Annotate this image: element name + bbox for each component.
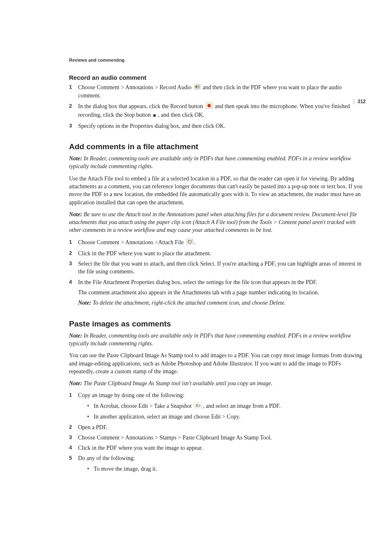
note-text: To delete the attachment, right-click th…	[92, 300, 286, 306]
svg-point-2	[207, 104, 210, 107]
record-button-icon	[205, 102, 213, 111]
steps-paste-images: Copy an image by doing one of the follow…	[69, 391, 364, 473]
running-head: Reviews and commenting	[69, 58, 364, 62]
bullet-text: In Acrobat, choose Edit > Take a Snapsho…	[94, 403, 193, 409]
step: Copy an image by doing one of the follow…	[69, 391, 364, 421]
step: Open a PDF.	[69, 423, 364, 431]
step-text: Choose Comment > Annotations >Attach Fil…	[78, 239, 185, 245]
step-text: In the dialog box that appears, click th…	[78, 103, 205, 109]
note-label: Note:	[69, 380, 83, 386]
step: In the File Attachment Properties dialog…	[69, 278, 364, 307]
note-text: In Reader, commenting tools are availabl…	[69, 155, 351, 169]
step: Choose Comment > Annotations > Stamps > …	[69, 434, 364, 442]
note-text: The Paste Clipboard Image As Stamp tool …	[83, 380, 272, 386]
snapshot-icon	[194, 402, 202, 410]
note-label: Note:	[69, 211, 83, 217]
heading-add-file-attachment: Add comments in a file attachment	[69, 142, 364, 151]
step: In the dialog box that appears, click th…	[69, 102, 364, 120]
heading-record-audio: Record an audio comment	[69, 74, 364, 81]
bullet-list: In Acrobat, choose Edit > Take a Snapsho…	[87, 402, 364, 421]
paragraph: You can use the Paste Clipboard Image As…	[69, 352, 364, 375]
step-subtext: The comment attachment also appears in t…	[78, 289, 364, 296]
note: Note: To delete the attachment, right-cl…	[78, 299, 364, 307]
note-label: Note:	[69, 333, 83, 339]
step-text: Copy an image by doing one of the follow…	[78, 392, 184, 398]
svg-rect-3	[153, 114, 156, 117]
step: Click in the PDF where you want to place…	[69, 250, 364, 257]
svg-point-8	[198, 405, 199, 407]
steps-file-attachment: Choose Comment > Annotations >Attach Fil…	[69, 238, 364, 307]
heading-paste-images: Paste images as comments	[69, 319, 364, 328]
step-text: Do any of the following:	[78, 455, 135, 461]
svg-rect-7	[196, 404, 198, 405]
step-text: Choose Comment > Annotations > Record Au…	[78, 84, 193, 90]
list-item: In another application, select an image …	[87, 413, 364, 421]
step: Choose Comment > Annotations > Record Au…	[69, 83, 364, 100]
step: Specify options in the Properties dialog…	[69, 122, 364, 130]
step-text: , and then click OK.	[158, 112, 204, 118]
step: Do any of the following: To move the ima…	[69, 454, 364, 473]
step-text: In the File Attachment Properties dialog…	[78, 279, 317, 285]
page: 312 Reviews and commenting Record an aud…	[0, 58, 392, 555]
speaker-icon	[194, 84, 201, 92]
attach-file-icon	[186, 238, 194, 247]
step: Select the file that you want to attach,…	[69, 260, 364, 276]
note: Note: Be sure to use the Attach tool in …	[69, 210, 364, 234]
note-label: Note:	[78, 300, 92, 306]
list-item: In Acrobat, choose Edit > Take a Snapsho…	[87, 402, 364, 410]
stop-button-icon	[153, 111, 157, 119]
note-label: Note:	[69, 155, 83, 162]
note-text: Be sure to use the Attach tool in the An…	[69, 211, 357, 234]
bullet-text: , and select an image from a PDF.	[203, 403, 281, 409]
note: Note: In Reader, commenting tools are av…	[69, 332, 364, 348]
paragraph: Use the Attach File tool to embed a file…	[69, 175, 364, 206]
step: Choose Comment > Annotations >Attach Fil…	[69, 238, 364, 247]
step-text: .	[194, 239, 196, 245]
list-item: To move the image, drag it.	[87, 465, 364, 473]
note: Note: The Paste Clipboard Image As Stamp…	[69, 379, 364, 387]
steps-record-audio: Choose Comment > Annotations > Record Au…	[69, 83, 364, 130]
step: Click in the PDF where you want the imag…	[69, 444, 364, 452]
note: Note: In Reader, commenting tools are av…	[69, 155, 364, 171]
bullet-list: To move the image, drag it.	[87, 465, 364, 473]
svg-rect-4	[186, 238, 194, 245]
note-text: In Reader, commenting tools are availabl…	[69, 333, 351, 347]
